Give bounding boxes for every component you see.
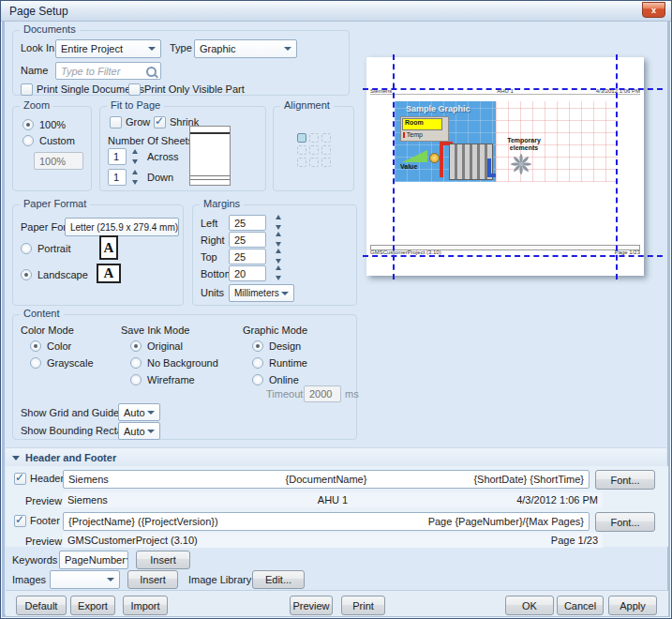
- ok-button[interactable]: OK: [505, 596, 554, 615]
- paper-form-select[interactable]: Letter (215.9 x 279.4 mm): [65, 218, 179, 236]
- grayscale-radio[interactable]: [30, 357, 41, 369]
- alignment-cell[interactable]: [321, 158, 331, 167]
- portrait-page-icon: A: [99, 235, 118, 260]
- timeout-input[interactable]: 2000: [304, 385, 341, 402]
- units-label: Units: [201, 287, 224, 298]
- print-only-visible-checkbox[interactable]: [128, 83, 141, 96]
- margin-top-stepper[interactable]: [272, 249, 285, 264]
- margin-right-input[interactable]: 25: [229, 232, 266, 248]
- spin-up-icon[interactable]: [276, 215, 281, 219]
- show-grid-select[interactable]: Auto: [118, 403, 160, 421]
- look-in-select[interactable]: Entire Project: [55, 39, 161, 58]
- alignment-cell[interactable]: [321, 145, 331, 155]
- alignment-cell[interactable]: [309, 158, 319, 167]
- value-triangle-icon: [402, 150, 427, 162]
- images-insert-label: Insert: [140, 574, 166, 585]
- zoom-custom-value: 100%: [39, 156, 66, 167]
- header-font-button[interactable]: Font...: [595, 470, 655, 490]
- alignment-cell[interactable]: [309, 133, 319, 143]
- margin-left-input[interactable]: 25: [229, 215, 266, 231]
- alignment-cell[interactable]: [297, 133, 306, 143]
- paper-form-value: Letter (215.9 x 279.4 mm): [70, 222, 178, 233]
- spin-up-icon[interactable]: [132, 170, 138, 174]
- close-icon[interactable]: x: [642, 2, 665, 18]
- footer-right-value: Page {PageNumber}/{Max Pages}: [326, 516, 584, 527]
- temp-label: Temp: [407, 131, 423, 138]
- spin-down-icon[interactable]: [132, 180, 138, 185]
- header-input[interactable]: Siemens {DocumentName} {ShortDate} {Shor…: [63, 470, 590, 489]
- footer-font-button[interactable]: Font...: [595, 512, 655, 532]
- keywords-select[interactable]: PageNumber: [59, 551, 128, 569]
- spin-up-icon[interactable]: [276, 249, 281, 253]
- header-preview-center: AHU 1: [245, 494, 422, 506]
- margin-left-stepper[interactable]: [272, 215, 285, 230]
- page-setup-dialog: Page Setup x Documents Look In Entire Pr…: [0, 0, 672, 619]
- color-radio[interactable]: [30, 340, 41, 352]
- chevron-down-icon: [147, 411, 155, 415]
- show-bounding-select[interactable]: Auto: [118, 422, 160, 440]
- margin-top-input[interactable]: 25: [229, 249, 266, 264]
- pump-icon: [429, 153, 440, 163]
- sheets-across-input[interactable]: 1: [108, 148, 127, 165]
- apply-button[interactable]: Apply: [608, 596, 657, 615]
- images-select[interactable]: [50, 570, 120, 589]
- design-radio[interactable]: [252, 340, 263, 352]
- print-single-documents-checkbox[interactable]: [21, 83, 33, 96]
- search-icon[interactable]: [146, 67, 157, 77]
- alignment-cell[interactable]: [297, 145, 306, 155]
- sheets-down-input[interactable]: 1: [108, 169, 127, 186]
- grow-checkbox[interactable]: [110, 116, 122, 128]
- portrait-radio[interactable]: [21, 243, 32, 254]
- header-footer-expander[interactable]: Header and Footer: [6, 447, 666, 467]
- preview-button[interactable]: Preview: [290, 596, 333, 615]
- no-background-radio[interactable]: [130, 357, 142, 369]
- keywords-insert-button[interactable]: Insert: [136, 551, 190, 569]
- show-grid-value: Auto: [124, 407, 145, 418]
- spin-down-icon[interactable]: [132, 159, 138, 164]
- runtime-radio[interactable]: [252, 357, 263, 369]
- margin-bottom-stepper[interactable]: [272, 265, 285, 280]
- spin-down-icon[interactable]: [276, 276, 281, 280]
- units-select[interactable]: Millimeters: [229, 284, 294, 302]
- red-pipe: [440, 142, 443, 177]
- wireframe-radio[interactable]: [130, 374, 142, 385]
- alignment-cell[interactable]: [309, 145, 319, 155]
- import-button[interactable]: Import: [123, 596, 168, 615]
- images-insert-button[interactable]: Insert: [127, 570, 178, 589]
- alignment-cell[interactable]: [297, 158, 306, 167]
- alignment-cell[interactable]: [321, 133, 331, 143]
- timeout-label: Timeout: [266, 388, 303, 400]
- spin-up-icon[interactable]: [276, 232, 281, 236]
- footer-input[interactable]: {ProjectName} ({ProjectVersion}) Page {P…: [63, 512, 590, 531]
- spin-down-icon[interactable]: [276, 242, 281, 247]
- timeout-value: 2000: [309, 388, 332, 400]
- sheets-across-stepper[interactable]: [128, 149, 142, 164]
- zoom-100-radio[interactable]: [22, 119, 34, 130]
- footer-left-value: {ProjectName} ({ProjectVersion}): [68, 516, 326, 527]
- original-radio[interactable]: [130, 340, 142, 352]
- online-radio[interactable]: [252, 374, 263, 385]
- zoom-custom-radio[interactable]: [22, 135, 34, 146]
- sheets-down-stepper[interactable]: [128, 170, 142, 185]
- keywords-label: Keywords: [12, 554, 57, 566]
- image-library-edit-button[interactable]: Edit...: [252, 570, 305, 589]
- spin-down-icon[interactable]: [276, 259, 281, 264]
- shrink-checkbox[interactable]: [154, 116, 166, 128]
- chevron-down-icon: [178, 225, 179, 229]
- export-button[interactable]: Export: [70, 596, 115, 615]
- landscape-radio[interactable]: [21, 269, 32, 280]
- print-button[interactable]: Print: [341, 596, 385, 615]
- default-button[interactable]: Default: [16, 596, 67, 615]
- cancel-button[interactable]: Cancel: [557, 596, 604, 615]
- footer-checkbox[interactable]: [14, 515, 26, 527]
- title-bar[interactable]: Page Setup: [1, 1, 671, 22]
- header-checkbox[interactable]: [14, 473, 26, 485]
- type-select[interactable]: Graphic: [194, 39, 297, 58]
- spin-up-icon[interactable]: [276, 265, 281, 270]
- spin-down-icon[interactable]: [276, 225, 281, 230]
- spin-up-icon[interactable]: [132, 149, 138, 154]
- margin-right-stepper[interactable]: [272, 232, 285, 247]
- margin-bottom-input[interactable]: 20: [229, 265, 266, 281]
- zoom-custom-input[interactable]: 100%: [34, 152, 83, 170]
- name-filter-input[interactable]: Type to Filter: [55, 62, 161, 80]
